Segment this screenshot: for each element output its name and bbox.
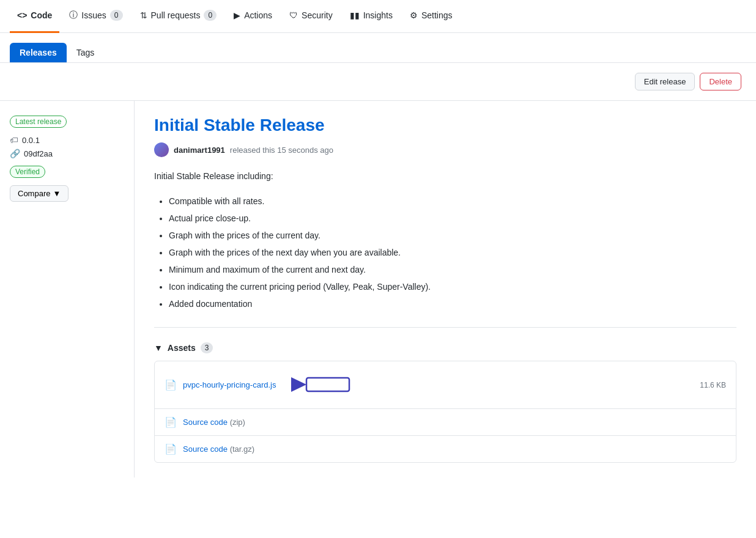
asset-name-main[interactable]: pvpc-hourly-pricing-card.js [183,380,276,389]
assets-header: ▼ Assets 3 [154,342,736,353]
tag-version-item: 🏷 0.0.1 [10,135,124,145]
asset-left-main: 📄 pvpc-hourly-pricing-card.js [165,369,361,401]
asset-item-zip: 📄 Source code (zip) [155,409,736,436]
nav-actions[interactable]: ▶ Actions [226,0,280,33]
code-icon: <> [17,10,27,20]
nav-issues-label: Issues [81,10,106,20]
delete-button[interactable]: Delete [700,73,741,90]
compare-label: Compare [18,189,50,198]
source-icon-zip: 📄 [165,416,177,428]
sub-nav: Releases Tags [0,33,756,63]
commit-hash: 09df2aa [24,149,53,158]
pr-icon: ⇅ [140,10,147,20]
verified-badge: Verified [10,166,45,178]
list-item: Minimum and maximum of the current and n… [169,261,736,278]
nav-issues[interactable]: ⓘ Issues 0 [62,0,130,33]
assets-list: 📄 pvpc-hourly-pricing-card.js [154,361,736,463]
release-meta: danimart1991 released this 15 seconds ag… [154,142,736,157]
release-author[interactable]: danimart1991 [174,146,225,155]
nav-security-label: Security [302,10,333,20]
nav-actions-label: Actions [244,10,272,20]
avatar [154,142,169,157]
commit-item: 🔗 09df2aa [10,149,124,158]
tag-icon: 🏷 [10,135,18,145]
asset-item-main: 📄 pvpc-hourly-pricing-card.js [155,361,736,409]
section-divider [154,327,736,328]
nav-insights[interactable]: ▮▮ Insights [343,0,400,33]
list-item: Icon indicating the current pricing peri… [169,278,736,295]
edit-release-button[interactable]: Edit release [635,73,695,90]
compare-chevron-icon: ▼ [53,189,61,198]
asset-size-main: 11.6 KB [700,381,726,389]
list-item: Actual price close-up. [169,210,736,227]
insights-icon: ▮▮ [350,10,360,20]
source-icon-targz: 📄 [165,443,177,455]
nav-insights-label: Insights [363,10,393,20]
action-bar: Edit release Delete [0,63,756,100]
avatar-image [154,142,169,157]
nav-code[interactable]: <> Code [10,0,59,33]
release-title: Initial Stable Release [154,116,736,135]
asset-left-zip: 📄 Source code (zip) [165,416,245,428]
list-item: Graph with the prices of the next day wh… [169,244,736,261]
list-item: Compatible with all rates. [169,193,736,210]
main-content: Latest release 🏷 0.0.1 🔗 09df2aa Verifie… [0,100,756,477]
latest-release-badge: Latest release [10,116,67,128]
nav-settings[interactable]: ⚙ Settings [402,0,460,33]
assets-chevron-icon: ▼ [154,343,163,353]
nav-pullrequests[interactable]: ⇅ Pull requests 0 [133,0,224,33]
issues-badge: 0 [110,10,123,21]
sidebar-meta: 🏷 0.0.1 🔗 09df2aa [10,135,124,158]
release-meta-text: released this 15 seconds ago [230,146,333,155]
nav-settings-label: Settings [421,10,453,20]
list-item: Graph with the prices of the current day… [169,227,736,244]
nav-security[interactable]: 🛡 Security [282,0,340,33]
asset-name-targz[interactable]: Source code (tar.gz) [183,444,254,454]
release-description: Initial Stable Release including: [154,169,736,183]
nav-code-label: Code [31,10,52,20]
assets-count: 3 [201,342,213,353]
security-icon: 🛡 [289,10,298,20]
tag-version: 0.0.1 [22,136,40,145]
pr-badge: 0 [204,10,217,21]
release-content: Initial Stable Release danimart1991 rele… [135,101,756,477]
asset-item-targz: 📄 Source code (tar.gz) [155,436,736,462]
top-nav: <> Code ⓘ Issues 0 ⇅ Pull requests 0 ▶ A… [0,0,756,33]
subnav-releases[interactable]: Releases [10,43,67,62]
arrow-container: pvpc-hourly-pricing-card.js [183,369,361,401]
subnav-tags[interactable]: Tags [67,43,105,62]
package-icon: 📄 [165,379,177,391]
list-item: Added documentation [169,295,736,312]
svg-marker-1 [291,377,306,392]
assets-section: ▼ Assets 3 📄 pvpc-hourly-pricing-card.js [154,342,736,463]
nav-pullrequests-label: Pull requests [151,10,201,20]
asset-left-targz: 📄 Source code (tar.gz) [165,443,254,455]
release-list: Compatible with all rates. Actual price … [169,193,736,312]
settings-icon: ⚙ [410,10,418,20]
commit-icon: 🔗 [10,149,20,158]
issues-icon: ⓘ [69,10,78,21]
sidebar: Latest release 🏷 0.0.1 🔗 09df2aa Verifie… [0,101,135,477]
asset-name-zip[interactable]: Source code (zip) [183,418,245,427]
arrow-annotation [288,369,361,401]
compare-button[interactable]: Compare ▼ [10,185,69,202]
svg-rect-0 [306,378,349,391]
asset-ext-targz: (tar.gz) [230,444,254,454]
asset-ext-zip: (zip) [230,418,245,427]
assets-label: Assets [168,343,196,353]
actions-icon: ▶ [234,10,240,20]
